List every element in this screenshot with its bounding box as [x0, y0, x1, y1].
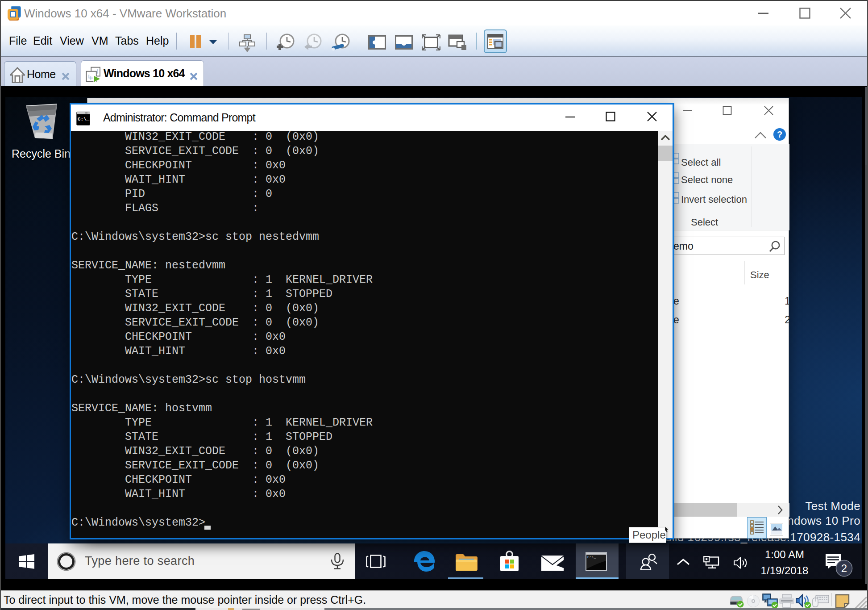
svg-text:C:\_: C:\_ — [587, 555, 596, 559]
svg-text:C:\_: C:\_ — [78, 117, 90, 122]
svg-text:2: 2 — [841, 562, 847, 574]
